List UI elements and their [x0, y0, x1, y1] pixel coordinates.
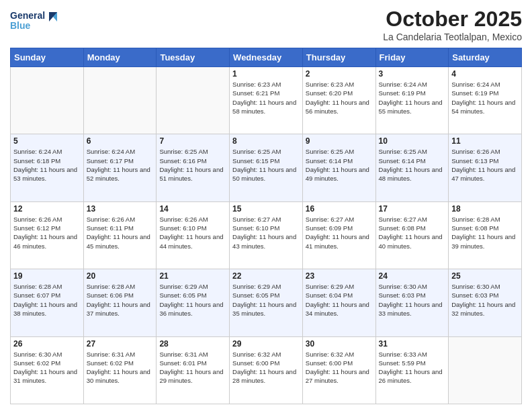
week-row-5: 26Sunrise: 6:30 AM Sunset: 6:02 PM Dayli… [11, 336, 522, 404]
day-number: 2 [306, 69, 373, 79]
day-info: Sunrise: 6:30 AM Sunset: 6:02 PM Dayligh… [13, 350, 81, 385]
calendar-cell [11, 67, 84, 134]
calendar-cell: 29Sunrise: 6:32 AM Sunset: 6:00 PM Dayli… [230, 336, 303, 404]
calendar-cell [157, 67, 230, 134]
day-info: Sunrise: 6:27 AM Sunset: 6:08 PM Dayligh… [379, 215, 446, 250]
day-info: Sunrise: 6:30 AM Sunset: 6:03 PM Dayligh… [379, 282, 446, 318]
calendar-cell: 4Sunrise: 6:24 AM Sunset: 6:19 PM Daylig… [449, 67, 522, 134]
column-header-wednesday: Wednesday [230, 48, 303, 67]
day-number: 14 [159, 204, 226, 214]
calendar-cell: 20Sunrise: 6:28 AM Sunset: 6:06 PM Dayli… [83, 269, 157, 336]
day-info: Sunrise: 6:27 AM Sunset: 6:09 PM Dayligh… [306, 215, 373, 250]
day-number: 12 [13, 204, 81, 214]
day-info: Sunrise: 6:27 AM Sunset: 6:10 PM Dayligh… [232, 215, 300, 250]
calendar-cell [83, 67, 157, 134]
calendar-cell: 11Sunrise: 6:26 AM Sunset: 6:13 PM Dayli… [449, 134, 522, 201]
day-number: 1 [232, 69, 300, 79]
day-number: 3 [379, 69, 446, 79]
day-info: Sunrise: 6:29 AM Sunset: 6:05 PM Dayligh… [232, 282, 300, 318]
column-header-tuesday: Tuesday [157, 48, 230, 67]
day-number: 24 [379, 271, 446, 281]
day-number: 6 [87, 136, 154, 146]
day-info: Sunrise: 6:32 AM Sunset: 6:00 PM Dayligh… [232, 350, 300, 385]
day-number: 31 [379, 339, 446, 349]
day-info: Sunrise: 6:26 AM Sunset: 6:10 PM Dayligh… [159, 215, 226, 250]
day-info: Sunrise: 6:28 AM Sunset: 6:06 PM Dayligh… [87, 282, 154, 318]
calendar-cell: 31Sunrise: 6:33 AM Sunset: 5:59 PM Dayli… [375, 336, 449, 404]
day-info: Sunrise: 6:24 AM Sunset: 6:18 PM Dayligh… [13, 147, 81, 183]
day-info: Sunrise: 6:28 AM Sunset: 6:08 PM Dayligh… [451, 215, 519, 250]
calendar-cell: 23Sunrise: 6:29 AM Sunset: 6:04 PM Dayli… [302, 269, 375, 336]
calendar-body: 1Sunrise: 6:23 AM Sunset: 6:21 PM Daylig… [11, 67, 522, 404]
day-info: Sunrise: 6:24 AM Sunset: 6:17 PM Dayligh… [87, 147, 154, 183]
day-number: 5 [13, 136, 81, 146]
calendar: SundayMondayTuesdayWednesdayThursdayFrid… [10, 48, 522, 404]
column-header-friday: Friday [375, 48, 449, 67]
calendar-cell [449, 336, 522, 404]
day-number: 10 [379, 136, 446, 146]
day-number: 19 [13, 271, 81, 281]
day-number: 11 [451, 136, 519, 146]
day-info: Sunrise: 6:30 AM Sunset: 6:03 PM Dayligh… [451, 282, 519, 318]
day-info: Sunrise: 6:28 AM Sunset: 6:07 PM Dayligh… [13, 282, 81, 318]
column-header-thursday: Thursday [302, 48, 375, 67]
day-number: 23 [306, 271, 373, 281]
calendar-cell: 8Sunrise: 6:25 AM Sunset: 6:15 PM Daylig… [230, 134, 303, 201]
day-number: 20 [87, 271, 154, 281]
calendar-cell: 3Sunrise: 6:24 AM Sunset: 6:19 PM Daylig… [375, 67, 449, 134]
calendar-cell: 6Sunrise: 6:24 AM Sunset: 6:17 PM Daylig… [83, 134, 157, 201]
day-number: 16 [306, 204, 373, 214]
day-info: Sunrise: 6:25 AM Sunset: 6:14 PM Dayligh… [306, 147, 373, 183]
calendar-cell: 22Sunrise: 6:29 AM Sunset: 6:05 PM Dayli… [230, 269, 303, 336]
header: General Blue October 2025 La Candelaria … [10, 7, 522, 42]
day-number: 26 [13, 339, 81, 349]
day-info: Sunrise: 6:31 AM Sunset: 6:02 PM Dayligh… [87, 350, 154, 385]
calendar-cell: 21Sunrise: 6:29 AM Sunset: 6:05 PM Dayli… [157, 269, 230, 336]
day-number: 8 [232, 136, 300, 146]
week-row-1: 1Sunrise: 6:23 AM Sunset: 6:21 PM Daylig… [11, 67, 522, 134]
calendar-cell: 1Sunrise: 6:23 AM Sunset: 6:21 PM Daylig… [230, 67, 303, 134]
calendar-cell: 25Sunrise: 6:30 AM Sunset: 6:03 PM Dayli… [449, 269, 522, 336]
day-number: 22 [232, 271, 300, 281]
day-number: 15 [232, 204, 300, 214]
day-number: 21 [159, 271, 226, 281]
calendar-cell: 15Sunrise: 6:27 AM Sunset: 6:10 PM Dayli… [230, 201, 303, 269]
day-number: 28 [159, 339, 226, 349]
week-row-4: 19Sunrise: 6:28 AM Sunset: 6:07 PM Dayli… [11, 269, 522, 336]
week-row-2: 5Sunrise: 6:24 AM Sunset: 6:18 PM Daylig… [11, 134, 522, 201]
calendar-cell: 10Sunrise: 6:25 AM Sunset: 6:14 PM Dayli… [375, 134, 449, 201]
main-title: October 2025 [383, 7, 522, 32]
subtitle: La Candelaria Teotlalpan, Mexico [383, 32, 522, 42]
calendar-cell: 26Sunrise: 6:30 AM Sunset: 6:02 PM Dayli… [11, 336, 84, 404]
calendar-cell: 12Sunrise: 6:26 AM Sunset: 6:12 PM Dayli… [11, 201, 84, 269]
day-number: 18 [451, 204, 519, 214]
calendar-cell: 7Sunrise: 6:25 AM Sunset: 6:16 PM Daylig… [157, 134, 230, 201]
day-info: Sunrise: 6:29 AM Sunset: 6:04 PM Dayligh… [306, 282, 373, 318]
day-number: 13 [87, 204, 154, 214]
svg-text:General: General [10, 10, 45, 21]
day-info: Sunrise: 6:33 AM Sunset: 5:59 PM Dayligh… [379, 350, 446, 385]
day-info: Sunrise: 6:31 AM Sunset: 6:01 PM Dayligh… [159, 350, 226, 385]
day-info: Sunrise: 6:25 AM Sunset: 6:15 PM Dayligh… [232, 147, 300, 183]
calendar-cell: 13Sunrise: 6:26 AM Sunset: 6:11 PM Dayli… [83, 201, 157, 269]
calendar-cell: 27Sunrise: 6:31 AM Sunset: 6:02 PM Dayli… [83, 336, 157, 404]
day-number: 4 [451, 69, 519, 79]
calendar-cell: 24Sunrise: 6:30 AM Sunset: 6:03 PM Dayli… [375, 269, 449, 336]
day-info: Sunrise: 6:26 AM Sunset: 6:11 PM Dayligh… [87, 215, 154, 250]
calendar-cell: 18Sunrise: 6:28 AM Sunset: 6:08 PM Dayli… [449, 201, 522, 269]
day-number: 9 [306, 136, 373, 146]
calendar-cell: 16Sunrise: 6:27 AM Sunset: 6:09 PM Dayli… [302, 201, 375, 269]
calendar-cell: 9Sunrise: 6:25 AM Sunset: 6:14 PM Daylig… [302, 134, 375, 201]
calendar-header: SundayMondayTuesdayWednesdayThursdayFrid… [11, 48, 522, 67]
day-info: Sunrise: 6:25 AM Sunset: 6:16 PM Dayligh… [159, 147, 226, 183]
day-info: Sunrise: 6:25 AM Sunset: 6:14 PM Dayligh… [379, 147, 446, 183]
day-number: 30 [306, 339, 373, 349]
header-row: SundayMondayTuesdayWednesdayThursdayFrid… [11, 48, 522, 67]
svg-text:Blue: Blue [10, 20, 31, 31]
day-info: Sunrise: 6:26 AM Sunset: 6:13 PM Dayligh… [451, 147, 519, 183]
calendar-cell: 2Sunrise: 6:23 AM Sunset: 6:20 PM Daylig… [302, 67, 375, 134]
day-info: Sunrise: 6:23 AM Sunset: 6:21 PM Dayligh… [232, 80, 300, 116]
day-number: 7 [159, 136, 226, 146]
calendar-cell: 28Sunrise: 6:31 AM Sunset: 6:01 PM Dayli… [157, 336, 230, 404]
calendar-cell: 5Sunrise: 6:24 AM Sunset: 6:18 PM Daylig… [11, 134, 84, 201]
